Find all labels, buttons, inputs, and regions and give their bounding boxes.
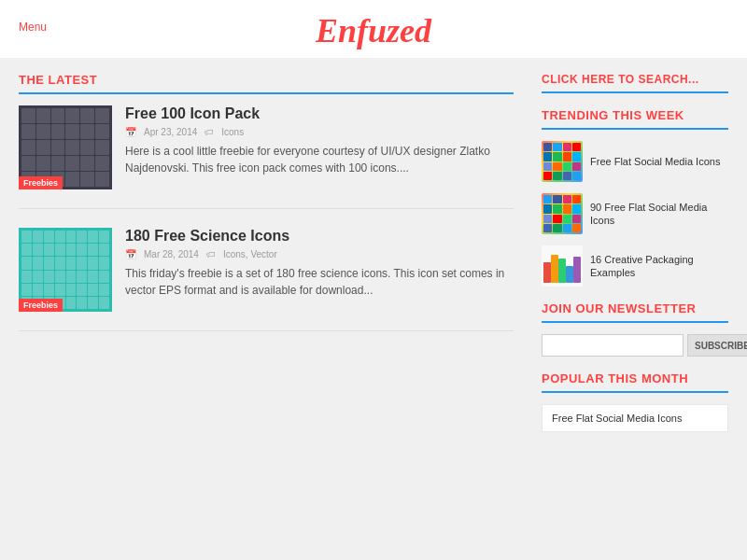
trending-thumb-3 <box>542 245 583 287</box>
trending-title-3[interactable]: 16 Creative Packaging Examples <box>590 253 728 280</box>
post-item-2: Freebies 180 Free Science Icons 📅 Mar 28… <box>19 228 514 331</box>
popular-item-1[interactable]: Free Flat Social Media Icons <box>542 404 728 432</box>
post-date-1: Apr 23, 2014 <box>144 127 197 137</box>
trending-item-3[interactable]: 16 Creative Packaging Examples <box>542 245 728 287</box>
trending-item-2[interactable]: 90 Free Flat Social Media Icons <box>542 193 728 234</box>
newsletter-form: SUBSCRIBE <box>542 334 728 357</box>
site-logo[interactable]: Enfuzed <box>0 11 747 50</box>
left-column: THE LATEST Freebies Free 100 Icon Pack <box>19 58 542 432</box>
post-item: Freebies Free 100 Icon Pack 📅 Apr 23, 20… <box>19 105 514 209</box>
trending-section-title: TRENDING THIS WEEK <box>542 108 728 130</box>
post-title-1[interactable]: Free 100 Icon Pack <box>125 105 514 122</box>
newsletter-input[interactable] <box>542 334 684 357</box>
tag-icon-1: 🏷 <box>204 127 214 137</box>
calendar-icon-2: 📅 <box>125 249 136 259</box>
tag-icon-2: 🏷 <box>206 249 216 259</box>
newsletter-section-title: JOIN OUR NEWSLETTER <box>542 301 728 323</box>
freebies-badge-1: Freebies <box>19 176 63 189</box>
trending-image-1 <box>542 141 583 182</box>
search-link[interactable]: CLICK HERE TO SEARCH... <box>542 73 728 93</box>
site-header: Menu Enfuzed <box>0 0 747 58</box>
subscribe-button[interactable]: SUBSCRIBE <box>687 334 747 357</box>
post-excerpt-1: Here is a cool little freebie for everyo… <box>125 143 514 176</box>
calendar-icon-1: 📅 <box>125 127 136 137</box>
trending-image-3 <box>542 245 583 287</box>
post-thumbnail-1[interactable]: Freebies <box>19 105 112 189</box>
trending-image-2 <box>542 193 583 234</box>
menu-link[interactable]: Menu <box>19 21 47 34</box>
post-title-2[interactable]: 180 Free Science Icons <box>125 228 514 245</box>
trending-title-1[interactable]: Free Flat Social Media Icons <box>590 155 720 168</box>
right-column: CLICK HERE TO SEARCH... TRENDING THIS WE… <box>542 58 728 432</box>
trending-item-1[interactable]: Free Flat Social Media Icons <box>542 141 728 182</box>
post-thumbnail-2[interactable]: Freebies <box>19 228 112 312</box>
post-info-2: 180 Free Science Icons 📅 Mar 28, 2014 🏷 … <box>125 228 514 312</box>
freebies-badge-2: Freebies <box>19 299 63 312</box>
trending-thumb-2 <box>542 193 583 234</box>
post-meta-1: 📅 Apr 23, 2014 🏷 Icons <box>125 127 514 137</box>
main-content: THE LATEST Freebies Free 100 Icon Pack <box>0 58 747 432</box>
post-excerpt-2: This friday's freebie is a set of 180 fr… <box>125 265 514 299</box>
post-info-1: Free 100 Icon Pack 📅 Apr 23, 2014 🏷 Icon… <box>125 105 514 189</box>
popular-section-title: POPULAR THIS MONTH <box>542 371 728 393</box>
trending-title-2[interactable]: 90 Free Flat Social Media Icons <box>590 201 728 228</box>
trending-thumb-1 <box>542 141 583 182</box>
post-meta-2: 📅 Mar 28, 2014 🏷 Icons, Vector <box>125 249 514 259</box>
latest-section-title: THE LATEST <box>19 73 514 94</box>
post-tags-1: Icons <box>221 127 244 137</box>
post-date-2: Mar 28, 2014 <box>144 249 199 259</box>
post-tags-2: Icons, Vector <box>223 249 277 259</box>
